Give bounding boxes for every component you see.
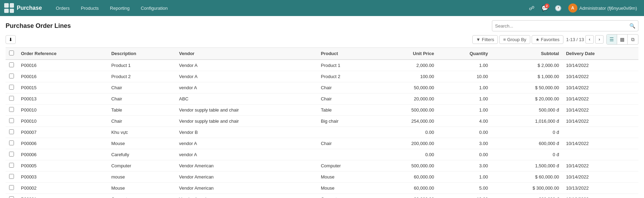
cell-description: Computer xyxy=(108,194,175,198)
cell-subtotal: $ 1,000.00 xyxy=(492,71,563,82)
cell-order-ref: P00003 xyxy=(17,172,108,183)
cell-subtotal: $ 20,000.00 xyxy=(492,93,563,105)
cell-delivery-date: 10/14/2022 xyxy=(562,105,638,116)
toolbar-right: ▼ Filters ≡ Group By ★ Favorites 1-13 / … xyxy=(472,34,638,45)
row-checkbox[interactable] xyxy=(9,174,14,179)
row-checkbox[interactable] xyxy=(9,185,14,190)
row-checkbox-cell[interactable] xyxy=(6,105,17,116)
cell-delivery-date: 10/14/2022 xyxy=(562,82,638,93)
row-checkbox[interactable] xyxy=(9,85,14,90)
cell-product xyxy=(317,127,375,138)
cell-delivery-date: 10/14/2022 xyxy=(562,71,638,82)
select-all-header[interactable] xyxy=(6,48,17,60)
cell-unit-price: 200,000.00 xyxy=(374,138,437,149)
export-button[interactable]: ⬇ xyxy=(6,35,16,44)
nav-products[interactable]: Products xyxy=(75,0,104,16)
cell-unit-price: 254,000.00 xyxy=(374,116,437,127)
row-checkbox[interactable] xyxy=(9,196,14,198)
row-checkbox[interactable] xyxy=(9,163,14,168)
row-checkbox-cell[interactable] xyxy=(6,183,17,194)
cell-unit-price: 60,000.00 xyxy=(374,183,437,194)
cell-quantity: 0.00 xyxy=(437,149,492,160)
row-checkbox[interactable] xyxy=(9,129,14,134)
cell-delivery-date xyxy=(562,127,638,138)
row-checkbox-cell[interactable] xyxy=(6,93,17,105)
cell-unit-price: 500,000.00 xyxy=(374,105,437,116)
search-box[interactable]: 🔍 xyxy=(492,20,638,31)
chart-view-button[interactable]: ▩ xyxy=(617,35,628,44)
cell-quantity: 3.00 xyxy=(437,160,492,172)
cell-vendor: ABC xyxy=(175,93,317,105)
cell-quantity: 4.00 xyxy=(437,116,492,127)
export-icon: ⬇ xyxy=(9,37,13,42)
row-checkbox[interactable] xyxy=(9,96,14,101)
search-input[interactable] xyxy=(495,23,629,29)
row-checkbox-cell[interactable] xyxy=(6,82,17,93)
page-content: Purchase Order Lines 🔍 ⬇ ▼ Filters ≡ Gro… xyxy=(0,16,644,198)
select-all-checkbox[interactable] xyxy=(9,51,14,55)
cell-product: Product 2 xyxy=(317,71,375,82)
row-checkbox-cell[interactable] xyxy=(6,60,17,71)
cell-product: Chair xyxy=(317,93,375,105)
app-name: Purchase xyxy=(17,5,42,11)
grid-view-button[interactable]: ⧉ xyxy=(628,35,638,44)
col-subtotal: Subtotal xyxy=(492,48,563,60)
cell-subtotal: 500,000 đ xyxy=(492,105,563,116)
cell-quantity: 5.00 xyxy=(437,183,492,194)
cell-unit-price: 0.00 xyxy=(374,149,437,160)
filters-button[interactable]: ▼ Filters xyxy=(472,35,498,44)
favorites-button[interactable]: ★ Favorites xyxy=(532,35,563,44)
row-checkbox-cell[interactable] xyxy=(6,116,17,127)
row-checkbox-cell[interactable] xyxy=(6,172,17,183)
prev-page-button[interactable]: ‹ xyxy=(585,35,594,44)
nav-configuration[interactable]: Configuration xyxy=(135,0,173,16)
cell-vendor: Vendor B xyxy=(175,127,317,138)
row-checkbox-cell[interactable] xyxy=(6,138,17,149)
clock-icon-btn[interactable]: 🕐 xyxy=(552,2,564,14)
row-checkbox-cell[interactable] xyxy=(6,160,17,172)
app-logo[interactable]: Purchase xyxy=(4,3,47,13)
chat-icon-btn[interactable]: 💬 2 xyxy=(539,2,551,14)
cell-product: Computer xyxy=(317,194,375,198)
next-page-button[interactable]: › xyxy=(595,35,604,44)
cell-description: Product 2 xyxy=(108,71,175,82)
list-view-button[interactable]: ☰ xyxy=(607,35,617,44)
cell-product: Computer xyxy=(317,160,375,172)
cell-quantity: 1.00 xyxy=(437,105,492,116)
row-checkbox[interactable] xyxy=(9,118,14,123)
col-unit-price: Unit Price xyxy=(374,48,437,60)
cell-delivery-date xyxy=(562,149,638,160)
row-checkbox[interactable] xyxy=(9,62,14,67)
user-menu[interactable]: A Administrator (fj6nyue0vi9m) xyxy=(566,2,640,14)
cell-delivery-date: 10/13/2022 xyxy=(562,194,638,198)
table-row: P00010 Table Vendor supply table and cha… xyxy=(6,105,638,116)
row-checkbox[interactable] xyxy=(9,152,14,157)
group-by-button[interactable]: ≡ Group By xyxy=(499,35,530,44)
cell-quantity: 1.00 xyxy=(437,60,492,71)
row-checkbox-cell[interactable] xyxy=(6,149,17,160)
row-checkbox-cell[interactable] xyxy=(6,71,17,82)
order-lines-table: Order Reference Description Vendor Produ… xyxy=(6,47,638,198)
page-header: Purchase Order Lines 🔍 xyxy=(6,20,638,31)
cell-vendor: vendor A xyxy=(175,82,317,93)
nav-orders[interactable]: Orders xyxy=(50,0,75,16)
cell-product: Big chair xyxy=(317,116,375,127)
search-icon[interactable]: 🔍 xyxy=(629,23,635,29)
settings-icon-btn[interactable]: ☍ xyxy=(526,2,538,14)
row-checkbox[interactable] xyxy=(9,140,14,145)
row-checkbox[interactable] xyxy=(9,107,14,112)
row-checkbox-cell[interactable] xyxy=(6,127,17,138)
cell-order-ref: P00002 xyxy=(17,183,108,194)
cell-vendor: Vendor American xyxy=(175,194,317,198)
nav-reporting[interactable]: Reporting xyxy=(104,0,135,16)
cell-order-ref: P00001 xyxy=(17,194,108,198)
cell-vendor: Vendor American xyxy=(175,183,317,194)
cell-quantity: 10.00 xyxy=(437,71,492,82)
row-checkbox-cell[interactable] xyxy=(6,194,17,198)
cell-subtotal: 1,500,000 đ xyxy=(492,160,563,172)
grid-icon xyxy=(4,3,14,13)
cell-vendor: vendor A xyxy=(175,138,317,149)
row-checkbox[interactable] xyxy=(9,74,14,78)
col-quantity: Quantity xyxy=(437,48,492,60)
cell-order-ref: P00005 xyxy=(17,160,108,172)
